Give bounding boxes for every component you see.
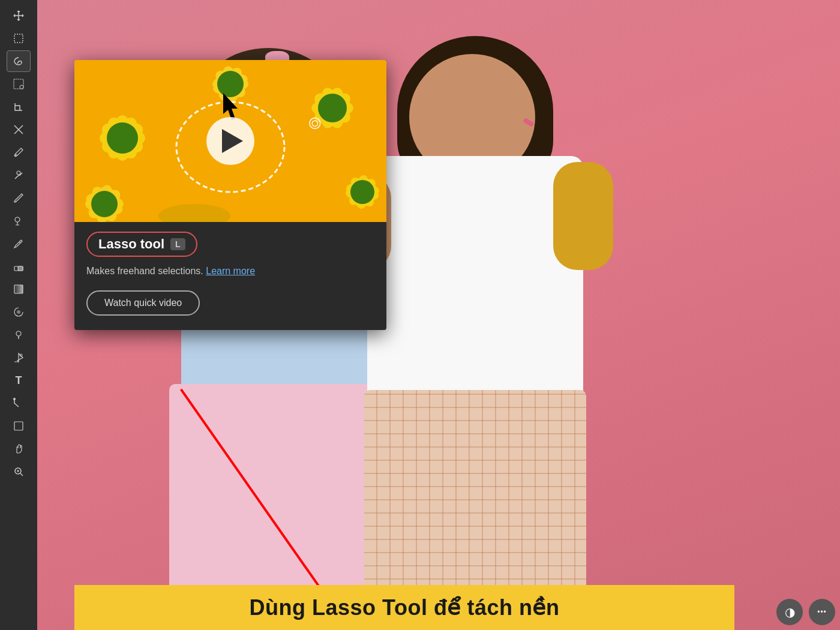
lasso-tool-btn[interactable] xyxy=(7,50,31,72)
clone-stamp-tool[interactable] xyxy=(7,210,31,232)
blur-tool[interactable] xyxy=(7,301,31,323)
svg-text:⌾: ⌾ xyxy=(308,109,322,134)
learn-more-link[interactable]: Learn more xyxy=(206,266,255,276)
move-tool[interactable] xyxy=(7,5,31,26)
svg-point-11 xyxy=(17,310,20,314)
tool-shortcut-key: L xyxy=(170,238,185,250)
caption-text: Dùng Lasso Tool để tách nền xyxy=(250,595,560,620)
path-selection-tool[interactable] xyxy=(7,392,31,414)
svg-rect-10 xyxy=(14,285,23,293)
tool-name-row: Lasso tool L xyxy=(86,232,374,257)
svg-rect-0 xyxy=(14,34,23,43)
text-icon: T xyxy=(16,374,22,387)
svg-point-27 xyxy=(107,122,138,154)
shape-tool[interactable] xyxy=(7,415,31,437)
tool-name-text: Lasso tool xyxy=(98,236,164,252)
hand-tool[interactable] xyxy=(7,438,31,460)
zoom-tool[interactable] xyxy=(7,461,31,482)
marquee-rect-tool[interactable] xyxy=(7,28,31,49)
svg-point-14 xyxy=(13,398,16,400)
svg-point-7 xyxy=(15,217,20,222)
svg-point-51 xyxy=(350,180,374,204)
healing-brush-tool[interactable] xyxy=(7,164,31,186)
toolbar: T xyxy=(0,0,37,630)
girl-right-figure xyxy=(361,36,601,612)
svg-point-6 xyxy=(17,171,20,175)
brush-tool[interactable] xyxy=(7,187,31,209)
more-options-button[interactable]: ••• xyxy=(809,599,835,625)
crop-tool[interactable] xyxy=(7,96,31,118)
tool-description: Makes freehand selections. Learn more xyxy=(86,264,374,278)
svg-rect-9 xyxy=(18,266,23,271)
svg-point-2 xyxy=(20,85,23,89)
tooltip-popup: ⌾ Lasso tool L Makes freehand selections… xyxy=(74,60,386,330)
pen-tool[interactable] xyxy=(7,347,31,368)
svg-rect-15 xyxy=(14,422,23,430)
tool-name-badge: Lasso tool L xyxy=(86,232,197,257)
svg-point-12 xyxy=(16,331,21,336)
caption-bar: Dùng Lasso Tool để tách nền xyxy=(74,585,734,630)
svg-line-17 xyxy=(20,473,23,476)
adjust-icon-button[interactable]: ◑ xyxy=(776,599,803,625)
eraser-tool[interactable] xyxy=(7,256,31,277)
slice-tool[interactable] xyxy=(7,119,31,140)
play-button[interactable] xyxy=(206,117,254,165)
watch-video-button[interactable]: Watch quick video xyxy=(86,290,200,316)
bottom-right-icons: ◑ ••• xyxy=(776,599,835,625)
description-text: Makes freehand selections. xyxy=(86,266,203,276)
svg-point-39 xyxy=(318,94,347,122)
play-triangle xyxy=(222,129,243,153)
gradient-tool[interactable] xyxy=(7,278,31,300)
polygon-lasso-tool[interactable] xyxy=(7,73,31,95)
eyedropper-tool[interactable] xyxy=(7,142,31,163)
canvas-area: ⌾ Lasso tool L Makes freehand selections… xyxy=(37,0,840,630)
history-brush-tool[interactable] xyxy=(7,233,31,254)
svg-point-45 xyxy=(91,191,118,217)
dodge-tool[interactable] xyxy=(7,324,31,346)
text-tool[interactable]: T xyxy=(7,370,31,391)
tooltip-content: Lasso tool L Makes freehand selections. … xyxy=(74,222,386,330)
tooltip-video-thumbnail[interactable]: ⌾ xyxy=(74,60,386,222)
svg-point-33 xyxy=(217,71,244,97)
